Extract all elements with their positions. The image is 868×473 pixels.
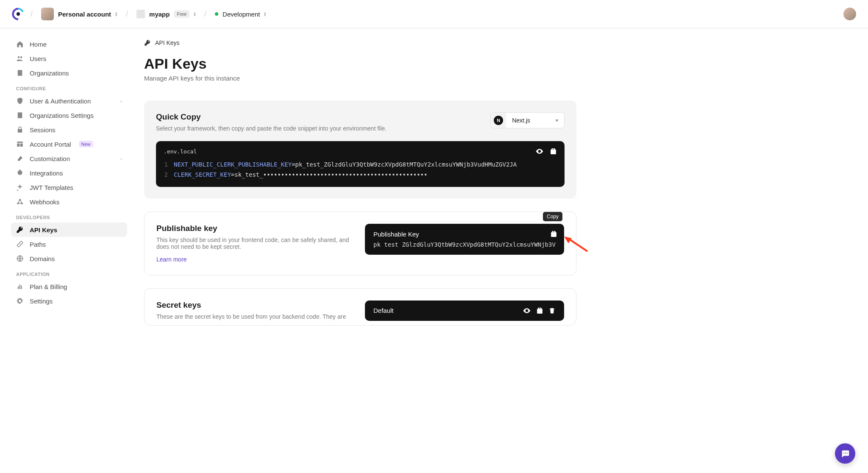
sidebar-item-webhooks[interactable]: Webhooks [11,195,127,209]
breadcrumb-sep: / [31,10,33,19]
workspace-label: Personal account [58,11,111,18]
sidebar-item-label: Organizations Settings [30,112,94,119]
sidebar-item-label: Domains [30,255,55,262]
eye-icon[interactable] [535,147,544,156]
eye-icon[interactable] [523,306,531,315]
page-subtitle: Manage API keys for this instance [144,75,576,82]
sidebar-item-label: Account Portal [30,141,71,148]
sidebar-item-customization[interactable]: Customization› [11,151,127,166]
framework-select[interactable]: N Next.js ▾ [490,112,565,128]
publishable-box-title: Publishable Key [373,231,556,238]
sidebar-item-home[interactable]: Home [11,37,127,51]
plan-badge: Free [174,10,189,18]
sidebar-item-account-portal[interactable]: Account PortalNew [11,137,127,151]
sidebar-item-label: API Keys [30,226,57,234]
status-dot-icon [215,12,218,16]
code-line: 2 CLERK_SECRET_KEY=sk_test_•••••••••••••… [164,170,557,180]
sidebar-item-jwt-templates[interactable]: JWT Templates [11,180,127,195]
sidebar-item-organizations-settings[interactable]: Organizations Settings [11,108,127,122]
secret-desc: These are the secret keys to be used fro… [156,313,352,320]
chevron-right-icon: › [120,156,122,162]
chevron-updown-icon: ▴▾ [264,11,266,17]
puzzle-icon [16,169,24,177]
arrow-annotation [564,236,590,253]
webhook-icon [16,198,24,206]
sidebar-heading-developers: DEVELOPERS [11,209,127,223]
sparkle-icon [16,184,24,191]
workspace-switcher[interactable]: Personal account ▴▾ [39,6,120,22]
chevron-updown-icon: ▴▾ [115,11,117,17]
sidebar-item-users[interactable]: Users [11,51,127,66]
link-icon [16,240,24,248]
sidebar-item-plan-billing[interactable]: Plan & Billing [11,279,127,294]
building-icon [16,69,24,77]
trash-icon[interactable] [548,306,556,315]
app-switcher[interactable]: myapp Free ▴▾ [134,8,198,20]
topbar: / Personal account ▴▾ / myapp Free ▴▾ / … [0,0,868,28]
sidebar-item-label: User & Authentication [30,97,91,105]
publishable-title: Publishable key [156,224,352,233]
sidebar: HomeUsersOrganizations CONFIGURE User & … [0,28,131,342]
bars-icon [16,283,24,290]
new-badge: New [79,141,93,147]
secret-title: Secret keys [156,300,352,310]
learn-more-link[interactable]: Learn more [156,256,187,263]
chevron-updown-icon: ▴▾ [194,11,196,17]
chevron-right-icon: › [120,98,122,104]
clipboard-icon[interactable] [536,306,543,315]
sidebar-item-label: Paths [30,241,46,248]
users-icon [16,55,24,62]
svg-point-8 [526,310,527,311]
clipboard-icon[interactable] [550,147,557,156]
main: API Keys API Keys Manage API keys for th… [131,28,598,342]
lock-icon [16,126,24,134]
sidebar-item-sessions[interactable]: Sessions [11,122,127,137]
profile-avatar[interactable] [843,8,856,20]
publishable-value: pk_test_ZGlzdGluY3QtbW9zcXVpdG8tMTQuY2xl… [373,241,556,248]
logo-icon[interactable] [12,8,25,20]
building-icon [16,111,24,119]
svg-line-6 [568,239,587,251]
code-block: .env.local 1 NEXT_PUBLIC_CLERK_PUBLISHAB… [156,141,565,187]
publishable-key-box: Copy Publishable Key pk_test_ZGlzdGluY3Q… [365,224,564,255]
page-title: API Keys [144,56,576,72]
sidebar-item-label: Home [30,41,47,48]
breadcrumb-sep: / [204,10,206,19]
chevron-down-icon: ▾ [556,117,564,123]
sidebar-item-label: Integrations [30,170,63,177]
env-switcher[interactable]: Development ▴▾ [212,9,269,19]
code-filename: .env.local [164,148,197,155]
sidebar-item-label: Organizations [30,70,69,77]
shield-icon [16,97,24,105]
framework-icon: N [491,113,506,128]
sidebar-item-settings[interactable]: Settings [11,294,127,308]
secret-box-title: Default [373,307,394,314]
app-icon [136,10,145,18]
page-breadcrumb: API Keys [144,39,576,46]
publishable-card: Publishable key This key should be used … [144,211,576,275]
sidebar-item-label: Webhooks [30,198,60,206]
brush-icon [16,155,24,162]
globe-icon [16,255,24,262]
sidebar-item-integrations[interactable]: Integrations [11,166,127,180]
sidebar-item-organizations[interactable]: Organizations [11,66,127,80]
publishable-desc: This key should be used in your frontend… [156,236,352,250]
sidebar-item-label: Settings [30,298,53,305]
home-icon [16,40,24,48]
sidebar-item-user-authentication[interactable]: User & Authentication› [11,94,127,108]
layout-icon [16,140,24,148]
secret-card: Secret keys These are the secret keys to… [144,288,576,326]
sidebar-item-label: Users [30,55,46,62]
secret-key-box: Default [365,300,564,321]
svg-point-5 [539,150,540,152]
app-label: myapp [149,11,170,18]
sidebar-item-label: Plan & Billing [30,283,67,290]
sidebar-item-domains[interactable]: Domains [11,251,127,266]
sidebar-item-api-keys[interactable]: API Keys [11,223,127,237]
sidebar-item-paths[interactable]: Paths [11,237,127,251]
sidebar-heading-application: APPLICATION [11,266,127,279]
copy-button[interactable] [550,230,557,238]
quick-copy-card: Quick Copy Select your framework, then c… [144,100,576,199]
sidebar-item-label: JWT Templates [30,184,73,191]
key-icon [144,39,151,46]
